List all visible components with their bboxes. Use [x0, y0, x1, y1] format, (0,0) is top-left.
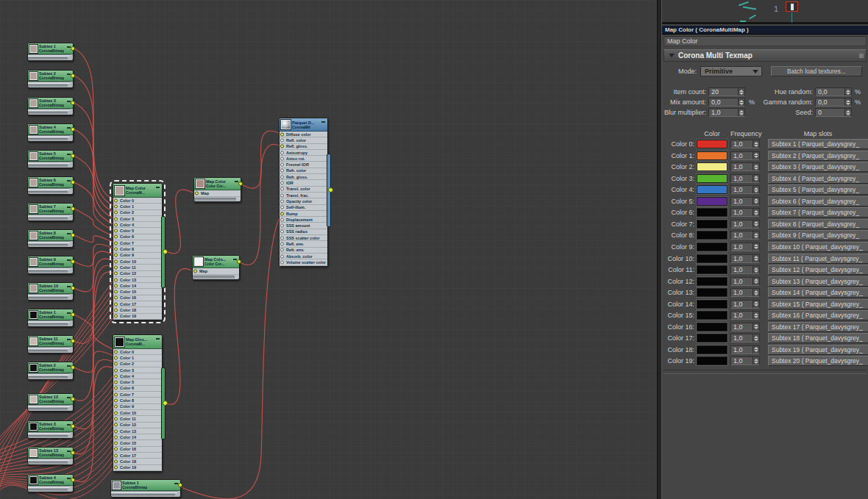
color-swatch[interactable]	[697, 162, 728, 171]
spinner-down-icon[interactable]	[754, 304, 758, 306]
spinner-up-icon[interactable]	[754, 301, 758, 304]
frequency-field[interactable]: 1,0	[730, 323, 760, 331]
color-swatch[interactable]	[697, 323, 728, 331]
frequency-field[interactable]: 1,0	[730, 185, 760, 194]
input-socket[interactable]	[280, 138, 284, 142]
frequency-field[interactable]: 1,0	[730, 243, 760, 251]
frequency-field[interactable]: 1,0	[730, 288, 760, 297]
spinner-arrows[interactable]	[753, 209, 759, 216]
input-socket[interactable]	[280, 248, 284, 252]
map-slot-button[interactable]: Subtex 17 ( Parquet_davysgrey_	[768, 322, 868, 332]
color-swatch[interactable]	[697, 208, 728, 217]
input-socket[interactable]	[280, 218, 284, 221]
map-slot-button[interactable]: Subtex 15 ( Parquet_davysgrey_	[768, 299, 868, 309]
color-swatch[interactable]	[697, 265, 728, 274]
panel-divider[interactable]	[657, 0, 662, 499]
bitmap-node[interactable]: Subtex 6CoronaBitmap	[27, 176, 74, 195]
map-slot-button[interactable]: Subtex 11 ( Parquet_davysgrey_	[768, 254, 868, 264]
frequency-field[interactable]: 1,0	[730, 231, 760, 240]
input-socket[interactable]	[280, 242, 284, 245]
map-slot-button[interactable]: Subtex 10 ( Parquet_davysgrey_	[768, 242, 868, 252]
bitmap-node[interactable]: Subtex 1CoronaBitmap	[27, 309, 74, 327]
color-swatch[interactable]	[697, 300, 728, 309]
map-slot-button[interactable]: Subtex 2 ( Parquet_davysgrey_	[768, 151, 868, 161]
colorcorrect-node[interactable]: Map ColorColor Cor...Map	[193, 177, 241, 202]
input-socket[interactable]	[114, 405, 118, 409]
material-node[interactable]: Parquet D...CoronaMtlDiffuse colorRefl. …	[279, 118, 328, 267]
spinner-down-icon[interactable]	[754, 236, 758, 238]
spinner-down-icon[interactable]	[754, 362, 758, 364]
spinner-arrows[interactable]	[753, 301, 759, 308]
spinner-arrows[interactable]	[753, 231, 759, 239]
input-socket[interactable]	[114, 466, 118, 470]
color-swatch[interactable]	[697, 197, 728, 206]
input-socket[interactable]	[114, 198, 118, 202]
bitmap-node[interactable]: Subtex 8CoronaBitmap	[27, 229, 74, 248]
output-socket[interactable]	[71, 46, 75, 51]
input-socket[interactable]	[280, 236, 284, 240]
map-slot-button[interactable]: Subtex 9 ( Parquet_davysgrey_	[768, 230, 868, 240]
spinner-field-right2[interactable]: 0	[815, 108, 852, 117]
frequency-field[interactable]: 1,0	[730, 265, 760, 274]
spinner-down-icon[interactable]	[754, 281, 758, 284]
bitmap-node[interactable]: Subtex 11CoronaBitmap	[27, 335, 74, 353]
spinner-arrows[interactable]	[753, 198, 759, 205]
bitmap-node[interactable]: Subtex 4CoronaBitmap	[27, 123, 74, 142]
frequency-field[interactable]: 1,0	[730, 197, 760, 206]
input-socket[interactable]	[280, 163, 284, 167]
spinner-arrows[interactable]	[753, 289, 759, 296]
map-slot-button[interactable]: Subtex 8 ( Parquet_davysgrey_	[768, 219, 868, 229]
spinner-up-icon[interactable]	[754, 176, 758, 178]
spinner-up-icon[interactable]	[754, 336, 758, 338]
output-socket[interactable]	[71, 154, 75, 158]
spinner-arrows[interactable]	[753, 220, 759, 228]
spinner-arrows[interactable]	[753, 266, 759, 273]
input-socket[interactable]	[280, 199, 284, 203]
map-slot-button[interactable]: Subtex 12 ( Parquet_davysgrey_	[768, 265, 868, 275]
color-swatch[interactable]	[697, 356, 728, 365]
batch-load-textures-button[interactable]: Batch load textures...	[771, 66, 862, 76]
spinner-up-icon[interactable]	[754, 210, 758, 212]
bitmap-node[interactable]: Subtex 2CoronaBitmap	[27, 70, 74, 88]
bitmap-node[interactable]: Subtex 13CoronaBitmap	[27, 447, 74, 465]
spinner-up-icon[interactable]	[754, 244, 758, 246]
spinner-arrows[interactable]	[844, 109, 851, 116]
spinner-down-icon[interactable]	[754, 339, 758, 341]
spinner-down-icon[interactable]	[754, 350, 758, 352]
input-socket[interactable]	[280, 157, 284, 160]
spinner-up-icon[interactable]	[754, 233, 758, 235]
input-socket[interactable]	[114, 265, 118, 269]
output-socket[interactable]	[71, 312, 75, 317]
input-socket[interactable]	[114, 315, 118, 318]
color-swatch[interactable]	[697, 185, 728, 194]
spinner-down-icon[interactable]	[754, 224, 758, 226]
spinner-down-icon[interactable]	[754, 190, 758, 193]
spinner-arrows[interactable]	[753, 243, 759, 251]
spinner-up-icon[interactable]	[754, 198, 758, 201]
color-swatch[interactable]	[697, 288, 728, 297]
map-slot-button[interactable]: Subtex 19 ( Parquet_davysgrey_	[768, 345, 868, 355]
input-socket[interactable]	[280, 132, 284, 136]
input-socket[interactable]	[114, 362, 118, 366]
color-swatch[interactable]	[697, 174, 728, 183]
input-socket[interactable]	[280, 224, 284, 228]
spinner-arrows[interactable]	[753, 186, 759, 193]
spinner-up-icon[interactable]	[754, 268, 758, 270]
rollout-header[interactable]: Corona Multi Texmap	[664, 49, 867, 62]
input-socket[interactable]	[114, 381, 118, 384]
output-socket[interactable]	[71, 450, 75, 455]
spinner-up-icon[interactable]	[846, 100, 850, 102]
color-swatch[interactable]	[697, 220, 728, 229]
material-name-field[interactable]: Map Color	[664, 36, 867, 46]
input-socket[interactable]	[114, 448, 118, 451]
collapse-icon[interactable]	[321, 121, 325, 123]
input-socket[interactable]	[114, 374, 118, 378]
output-socket[interactable]	[71, 365, 75, 370]
output-socket[interactable]	[163, 401, 168, 406]
output-socket[interactable]	[71, 397, 75, 401]
input-socket[interactable]	[114, 429, 118, 433]
color-swatch[interactable]	[697, 231, 728, 240]
input-socket[interactable]	[114, 442, 118, 445]
output-socket[interactable]	[71, 127, 75, 132]
input-socket[interactable]	[114, 254, 118, 257]
